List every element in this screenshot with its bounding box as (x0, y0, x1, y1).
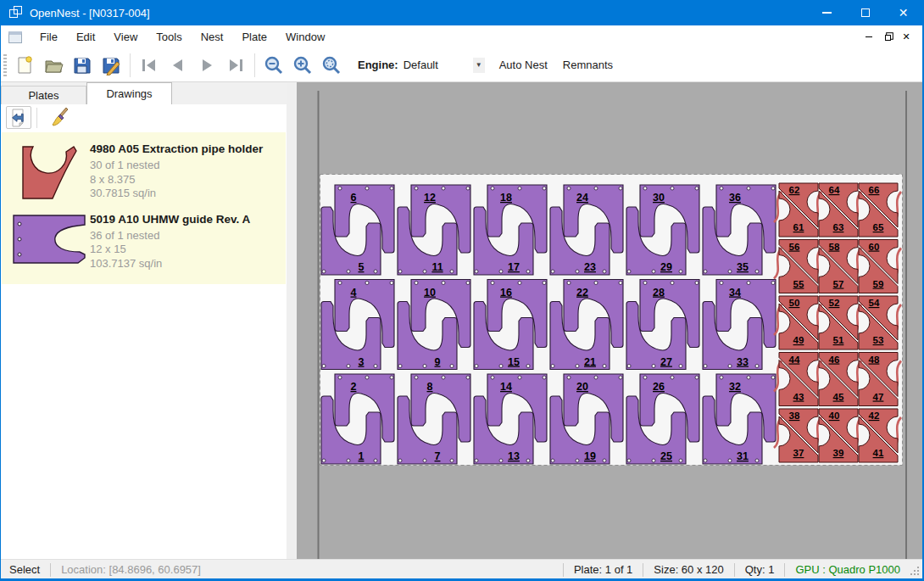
part-hole (771, 376, 775, 379)
menu-plate[interactable]: Plate (232, 27, 276, 47)
part-number: 16 (500, 287, 512, 299)
menu-nest[interactable]: Nest (192, 27, 233, 47)
status-plate: Plate: 1 of 1 (571, 563, 636, 576)
save-edit-icon[interactable] (97, 52, 125, 79)
child-close-icon[interactable]: ✕ (897, 29, 916, 46)
drawing-nested: 30 of 1 nested (90, 159, 281, 173)
part-number: 20 (576, 381, 588, 393)
drawing-item[interactable]: 4980 A05 Extraction pipe holder 30 of 1 … (2, 137, 286, 208)
part-hole (603, 365, 606, 368)
part-hole (415, 376, 418, 379)
part-number: 5 (359, 261, 365, 273)
part-number: 36 (729, 192, 741, 204)
save-icon[interactable] (68, 52, 97, 79)
status-gpu: GPU : Quadro P1000 (792, 563, 904, 576)
panel-tabstrip: Plates Drawings (1, 82, 287, 104)
part-hole (365, 187, 369, 190)
go-next-icon[interactable] (192, 52, 221, 79)
sheet-left-boundary (318, 91, 320, 559)
part-number: 3 (359, 356, 365, 368)
part-number: 22 (576, 287, 588, 299)
part-number: 56 (789, 242, 800, 252)
part-hole (704, 365, 707, 368)
part-number: 39 (833, 448, 844, 458)
part-hole (398, 270, 402, 273)
part-number: 62 (789, 185, 800, 195)
part-number: 31 (737, 450, 749, 462)
new-document-icon[interactable] (10, 52, 39, 79)
menu-window[interactable]: Window (276, 27, 334, 47)
part-hole (322, 459, 326, 462)
tab-drawings[interactable]: Drawings (86, 82, 172, 104)
part-hole (518, 376, 521, 379)
part-hole (466, 282, 470, 285)
resize-grip[interactable] (909, 565, 920, 576)
tab-plates[interactable]: Plates (1, 86, 86, 104)
part-hole (728, 365, 732, 368)
menu-tools[interactable]: Tools (147, 27, 191, 47)
part-hole (398, 365, 402, 368)
go-last-icon[interactable] (221, 52, 250, 79)
part-number: 51 (833, 335, 844, 345)
drawing-size: 8 x 8.375 (90, 173, 281, 187)
zoom-fit-icon[interactable] (317, 52, 346, 79)
part-number: 46 (829, 355, 840, 365)
open-folder-icon[interactable] (39, 52, 68, 79)
part-number: 54 (869, 298, 880, 308)
part-hole (619, 376, 622, 379)
part-hole (619, 282, 622, 285)
clear-broom-icon[interactable] (47, 106, 73, 129)
part-hole (390, 187, 393, 190)
part-hole (695, 187, 699, 190)
part-number: 45 (833, 392, 844, 402)
zoom-in-icon[interactable] (288, 52, 317, 79)
nest-canvas[interactable]: 6543211211109871817161514132423222120193… (297, 82, 923, 559)
drawing-thumbnail (10, 211, 88, 271)
part-hole (551, 270, 554, 273)
zoom-out-icon[interactable] (259, 52, 288, 79)
toolbar-grip[interactable] (3, 54, 7, 76)
part-number: 48 (869, 355, 880, 365)
auto-nest-button[interactable]: Auto Nest (492, 53, 555, 76)
part-number: 19 (584, 450, 596, 462)
part-hole (652, 459, 655, 462)
drawing-item[interactable]: 5019 A10 UHMW guide Rev. A 36 of 1 neste… (2, 208, 286, 278)
engine-combobox[interactable]: Default ▼ (404, 58, 485, 73)
minimize-icon[interactable] (808, 0, 846, 25)
purple-part-shape (14, 215, 85, 263)
part-hole (475, 365, 478, 368)
part-hole (594, 187, 598, 190)
part-hole (374, 365, 377, 368)
part-number: 38 (789, 411, 800, 421)
close-icon[interactable]: ✕ (884, 0, 922, 25)
part-number: 59 (873, 279, 884, 289)
go-previous-icon[interactable] (164, 52, 192, 79)
part-hole (747, 282, 750, 285)
menu-view[interactable]: View (104, 27, 147, 47)
part-number: 52 (829, 298, 840, 308)
import-drawing-icon[interactable] (6, 106, 31, 129)
go-first-icon[interactable] (135, 52, 164, 79)
opennest-window: OpenNest - [N0317-004] ✕ File Edit View … (0, 0, 924, 581)
menu-file[interactable]: File (31, 27, 67, 47)
part-hole (679, 459, 682, 462)
part-number: 21 (584, 356, 596, 368)
part-hole (728, 270, 732, 273)
part-number: 44 (789, 355, 800, 365)
main-toolbar: Engine: Default ▼ Auto Nest Remnants (1, 48, 922, 82)
maximize-icon[interactable] (846, 0, 884, 25)
part-hole (652, 270, 655, 273)
part-number: 8 (427, 381, 433, 393)
chevron-down-icon[interactable]: ▼ (473, 58, 485, 73)
part-hole (338, 376, 342, 379)
part-hole (567, 282, 571, 285)
part-number: 6 (351, 192, 357, 204)
status-size: Size: 60 x 120 (650, 563, 726, 576)
menu-edit[interactable]: Edit (67, 27, 104, 47)
remnants-button[interactable]: Remnants (555, 53, 621, 76)
part-hole (526, 365, 530, 368)
child-restore-icon[interactable] (878, 29, 897, 46)
child-minimize-icon[interactable] (860, 29, 878, 46)
panel-splitter[interactable] (287, 82, 297, 559)
mdi-child-icon[interactable] (8, 31, 22, 43)
